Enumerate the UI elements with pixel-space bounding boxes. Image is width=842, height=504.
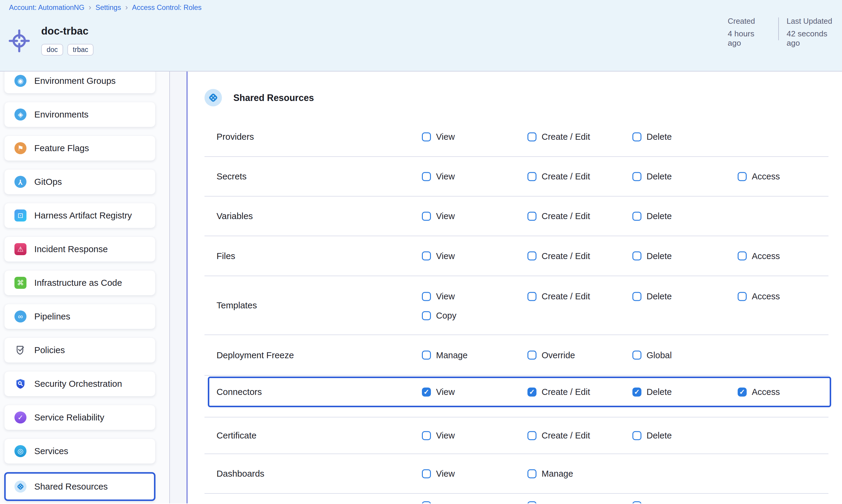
- sidebar-item-service-reliability[interactable]: ✓Service Reliability: [4, 405, 156, 430]
- sidebar-item-environment-groups[interactable]: ◉Environment Groups: [4, 72, 156, 93]
- permission-templates-delete[interactable]: Delete: [632, 291, 672, 302]
- permissions-row-providers: ProvidersViewCreate / EditDelete: [205, 117, 828, 157]
- unchecked-checkbox[interactable]: [632, 351, 642, 360]
- unchecked-checkbox[interactable]: [738, 292, 747, 301]
- breadcrumb-account-link[interactable]: Account: AutomationNG: [9, 4, 85, 12]
- permission-deployment-freeze-override[interactable]: Override: [527, 350, 575, 360]
- permission-partial-col1[interactable]: [527, 501, 537, 503]
- permission-deployment-freeze-global[interactable]: Global: [632, 350, 672, 360]
- unchecked-checkbox[interactable]: [527, 172, 537, 181]
- roles-permissions-page: Account: AutomationNG › Settings › Acces…: [0, 0, 842, 504]
- permission-connectors-create-edit[interactable]: ✓Create / Edit: [527, 387, 590, 397]
- unchecked-checkbox[interactable]: [632, 431, 642, 440]
- permission-secrets-access[interactable]: Access: [738, 172, 780, 181]
- unchecked-checkbox[interactable]: [632, 132, 642, 141]
- permissions-row-templates: TemplatesViewCreate / EditDeleteAccessCo…: [205, 276, 828, 335]
- unchecked-checkbox[interactable]: [632, 292, 642, 301]
- permission-connectors-view[interactable]: ✓View: [422, 387, 455, 397]
- unchecked-checkbox[interactable]: [527, 132, 537, 141]
- checked-checkbox[interactable]: ✓: [422, 388, 431, 396]
- unchecked-checkbox[interactable]: [738, 252, 747, 260]
- permission-label: Delete: [647, 251, 672, 261]
- permissions-panel: Shared Resources ProvidersViewCreate / E…: [188, 72, 842, 503]
- permission-label: Access: [752, 291, 780, 302]
- unchecked-checkbox[interactable]: [422, 132, 431, 141]
- permission-variables-view[interactable]: View: [422, 211, 455, 221]
- sidebar-item-environments[interactable]: ◈Environments: [4, 102, 156, 127]
- unchecked-checkbox[interactable]: [632, 212, 642, 221]
- permission-partial-col0[interactable]: [422, 501, 431, 503]
- unchecked-checkbox[interactable]: [738, 172, 747, 181]
- unchecked-checkbox[interactable]: [527, 501, 537, 503]
- unchecked-checkbox[interactable]: [632, 252, 642, 260]
- permission-templates-copy[interactable]: Copy: [422, 311, 456, 321]
- unchecked-checkbox[interactable]: [422, 501, 431, 503]
- breadcrumb-settings-link[interactable]: Settings: [95, 4, 121, 12]
- permission-variables-delete[interactable]: Delete: [632, 211, 672, 221]
- unchecked-checkbox[interactable]: [422, 212, 431, 221]
- checked-checkbox[interactable]: ✓: [527, 388, 537, 396]
- permission-files-access[interactable]: Access: [738, 251, 780, 261]
- permission-label: View: [436, 469, 455, 479]
- tag-list: doc trbac: [41, 44, 93, 56]
- permission-dashboards-view[interactable]: View: [422, 469, 455, 479]
- permissions-row-connectors: Connectors✓View✓Create / Edit✓Delete✓Acc…: [205, 376, 828, 417]
- sidebar-item-services[interactable]: ◎Services: [4, 438, 156, 464]
- unchecked-checkbox[interactable]: [422, 252, 431, 260]
- permission-providers-create-edit[interactable]: Create / Edit: [527, 132, 590, 142]
- sidebar-item-shared-resources[interactable]: Shared Resources: [4, 472, 156, 501]
- permission-certificate-create-edit[interactable]: Create / Edit: [527, 431, 590, 440]
- unchecked-checkbox[interactable]: [527, 469, 537, 478]
- permission-providers-view[interactable]: View: [422, 132, 455, 142]
- unchecked-checkbox[interactable]: [527, 212, 537, 221]
- unchecked-checkbox[interactable]: [527, 292, 537, 301]
- permission-dashboards-manage[interactable]: Manage: [527, 469, 573, 479]
- permission-providers-delete[interactable]: Delete: [632, 132, 672, 142]
- sidebar-item-infrastructure-as-code[interactable]: ⌘Infrastructure as Code: [4, 270, 156, 295]
- permission-connectors-delete[interactable]: ✓Delete: [632, 387, 672, 397]
- permission-label: Create / Edit: [542, 387, 590, 397]
- sidebar-item-gitops[interactable]: YGitOps: [4, 169, 156, 195]
- sidebar-item-feature-flags[interactable]: ⚑Feature Flags: [4, 136, 156, 161]
- unchecked-checkbox[interactable]: [527, 351, 537, 360]
- unchecked-checkbox[interactable]: [422, 172, 431, 181]
- permission-certificate-view[interactable]: View: [422, 431, 455, 440]
- permission-connectors-access[interactable]: ✓Access: [738, 387, 780, 397]
- pipelines-icon: ∞: [14, 310, 27, 323]
- checked-checkbox[interactable]: ✓: [738, 388, 747, 396]
- permission-variables-create-edit[interactable]: Create / Edit: [527, 211, 590, 221]
- permission-files-create-edit[interactable]: Create / Edit: [527, 251, 590, 261]
- unchecked-checkbox[interactable]: [527, 431, 537, 440]
- section-title: Shared Resources: [233, 93, 314, 103]
- sidebar-item-policies[interactable]: Policies: [4, 338, 156, 363]
- breadcrumb-roles-link[interactable]: Access Control: Roles: [132, 4, 201, 12]
- unchecked-checkbox[interactable]: [632, 172, 642, 181]
- gitops-icon: Y: [14, 176, 27, 188]
- sidebar-item-incident-response[interactable]: ⚠Incident Response: [4, 236, 156, 262]
- permission-partial-col2[interactable]: [632, 501, 642, 503]
- unchecked-checkbox[interactable]: [422, 292, 431, 301]
- section-header: Shared Resources: [205, 89, 314, 106]
- permission-certificate-delete[interactable]: Delete: [632, 431, 672, 440]
- permission-label: Delete: [647, 132, 672, 142]
- checked-checkbox[interactable]: ✓: [632, 388, 642, 396]
- permission-secrets-create-edit[interactable]: Create / Edit: [527, 172, 590, 181]
- permission-templates-create-edit[interactable]: Create / Edit: [527, 291, 590, 302]
- unchecked-checkbox[interactable]: [422, 431, 431, 440]
- unchecked-checkbox[interactable]: [632, 501, 642, 503]
- permission-secrets-delete[interactable]: Delete: [632, 172, 672, 181]
- unchecked-checkbox[interactable]: [422, 469, 431, 478]
- unchecked-checkbox[interactable]: [527, 252, 537, 260]
- unchecked-checkbox[interactable]: [422, 311, 431, 320]
- unchecked-checkbox[interactable]: [422, 351, 431, 360]
- sidebar-item-security-orchestration[interactable]: Security Orchestration: [4, 371, 156, 396]
- permission-secrets-view[interactable]: View: [422, 172, 455, 181]
- permission-templates-view[interactable]: View: [422, 291, 455, 302]
- permission-templates-access[interactable]: Access: [738, 291, 780, 302]
- permission-files-view[interactable]: View: [422, 251, 455, 261]
- permission-files-delete[interactable]: Delete: [632, 251, 672, 261]
- permission-deployment-freeze-manage[interactable]: Manage: [422, 350, 468, 360]
- breadcrumb-separator-icon: ›: [125, 3, 128, 11]
- sidebar-item-pipelines[interactable]: ∞Pipelines: [4, 304, 156, 329]
- sidebar-item-harness-artifact-registry[interactable]: ⊡Harness Artifact Registry: [4, 203, 156, 228]
